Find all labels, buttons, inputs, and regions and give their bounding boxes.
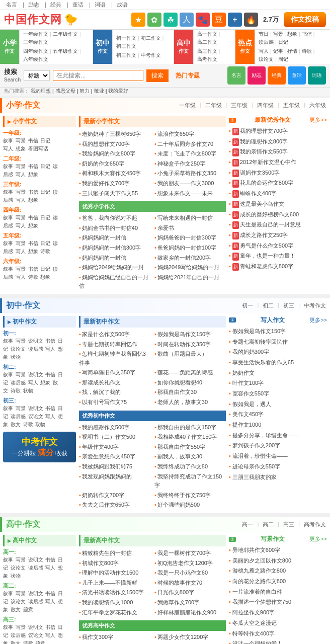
bean-icon[interactable]: 豆 [212,13,226,27]
nav-chu-1[interactable]: 初一作文 [115,34,138,42]
chu-grade-3[interactable]: 初三 [283,302,294,309]
xs-grade-2[interactable]: 二年级 [205,102,222,109]
xiaoxue-excellent-list: 爸爸，我向你说对不起 写给未来相遇的一封信 妈妈金书书的一封信40 亲爱书 妈妈… [79,213,226,291]
nav-gaozhong[interactable]: 高中 作文 [174,30,194,64]
topic-mingyan[interactable]: 名言 [227,66,245,85]
nav-hot[interactable]: 热点 作文 [235,30,255,64]
nav-hot-shuxin[interactable]: 书信 [300,30,313,38]
topic-tonghua[interactable]: 童话 [288,66,306,85]
topic-ciyv[interactable]: 词语 [308,66,326,85]
xiaoxue-grade-links: 一年级 | 二年级 | 三年级 | 四年级 | 五年级 | 六年级 [179,102,326,109]
nav-grade-6[interactable]: 六年级作文 [22,55,50,63]
chuzhong-section: 初中·作文 初一 | 初二 | 初三 | 中考作文 ▶ 初中作文 初一: 叙事 … [0,298,330,513]
search-input[interactable] [53,70,143,81]
plus-icon[interactable]: + [228,13,242,27]
nav-grade-1[interactable]: 一年级作文 [22,30,50,38]
submit-button[interactable]: 作文投稿 [284,12,326,27]
person-icon[interactable]: 人 [180,13,194,27]
nav-chu-4[interactable]: 初三作文 [115,51,138,59]
top-nav-mingyan[interactable]: 名言 [6,2,17,8]
grade-item-2: 二年级: 叙事 写景 书信 日记 读 后感 写人 想象 [3,155,76,179]
nav-chu-3[interactable]: 初三作文 [115,42,138,50]
list-item: 新训妈作文3500字 [229,168,327,178]
fire-icon[interactable]: 🔥 [244,13,258,27]
nav-hot-xiangxiang[interactable]: 想象 [286,30,299,38]
nav-hot-xieren[interactable]: 写人 [257,47,270,55]
chu-grade-4[interactable]: 中考作文 [304,302,326,309]
xs-grade-1[interactable]: 一年级 [179,102,196,109]
nav-xiaoxue[interactable]: 小学 作文 [0,30,20,64]
nav-gao-2[interactable]: 高二作文 [196,38,219,46]
nav-chuzhong[interactable]: 初中 作文 [93,30,113,64]
list-item: 失去之后作文650字 [79,500,150,510]
paw-icon[interactable]: 🐾 [196,13,210,27]
clover-icon[interactable]: ☘ [163,13,178,27]
top-nav-lizhi[interactable]: 励志 [28,2,39,8]
list-item: 新2012年新作文温心中作 [229,157,327,168]
nav-grade-2[interactable]: 二年级作文 [51,30,79,38]
star-icon[interactable]: ★ [131,13,145,27]
nav-hot-duhougan[interactable]: 读后感 [257,38,275,46]
xs-grade-4[interactable]: 四年级 [257,102,274,109]
list-item: 致家乡的一封信200字 [154,253,226,263]
chuzhong-more-link[interactable]: 更多>> [309,316,327,324]
nav-grade-3[interactable]: 三年级作文 [22,38,50,46]
xs-grade-5[interactable]: 五年级 [283,102,300,109]
list-item: 新童年，也是一种力量！ [229,251,327,261]
hot-link-3[interactable]: 努力 [79,88,90,95]
nav-gao-3[interactable]: 高三作文 [196,47,219,55]
list-item: 理解中的活动作文1500 [79,568,150,578]
gaozhong-more-link[interactable]: 更多>> [309,535,327,543]
nav-chu-2[interactable]: 初二作文 [139,34,162,42]
xiaoxue-more-link[interactable]: 更多>> [309,116,327,124]
nav-hot-yilun[interactable]: 议论文 [257,55,275,63]
hot-link-2[interactable]: 感恩父母 [55,88,75,95]
gao-grade-4[interactable]: 高考作文 [304,521,326,528]
xs-grade-6[interactable]: 六年级 [309,102,326,109]
chu-grade-2[interactable]: 初二 [263,302,274,309]
search-button[interactable]: 搜索 [146,69,169,82]
nav-grade-4[interactable]: 四年级作文 [22,47,50,55]
chu-links-1: 叙事 写景 说明文 书信 日 记 议论文 读后感 写人 想 象 状物 [3,337,76,361]
exam-ad[interactable]: 中考作文 一分耕耘 满分 收获 [3,432,76,462]
nav-gaokao[interactable]: 高考作文 [196,55,219,63]
nav-grade-5[interactable]: 五年级作文 [51,47,79,55]
flower-icon[interactable]: ✿ [147,13,161,27]
nav-gao-1[interactable]: 高一作文 [196,30,219,38]
list-item: 享受生活快乐看的作文65 [229,357,327,368]
nav-hot-sub: 作文 [240,48,250,55]
topic-jingdian[interactable]: 经典 [268,66,286,85]
top-nav-tonghua[interactable]: 童话 [72,2,84,8]
top-nav-links[interactable]: 名言 ｜励志 ｜经典 ｜童话 ｜词语 ｜成语 [4,2,130,8]
nav-hot-jishi[interactable]: 记事 [272,47,285,55]
header: 中国作文网 🐤 ★ ✿ ☘ 人 🐾 豆 + 🔥 2.7万 作文投稿 [0,10,330,30]
chuzhong-excellent-list: 我的感谢作文500字 那我自由的是作文150字 视明书（二）作文500 我相终成… [79,423,226,510]
gao-grade-2[interactable]: 高二 [263,521,274,528]
list-item: 美丽的夕之回以作文800 [229,555,327,566]
nav-hot-shige[interactable]: 诗歌 [300,47,313,55]
nav-hot-jieri[interactable]: 节日 [257,30,270,38]
grade-label-4: 四年级: [3,207,22,213]
gaozhong-grade-links: 高一 | 高二 | 高三 | 高考作文 [242,521,326,528]
hot-link-5[interactable]: 我的爱好 [108,88,128,95]
chu-grade-1[interactable]: 初一 [242,302,253,309]
hot-link-4[interactable]: 敬业 [94,88,104,95]
gao-grade-1[interactable]: 高一 [242,521,253,528]
top-nav-jingdian[interactable]: 经典 [50,2,61,8]
gao-grade-3[interactable]: 高三 [283,521,294,528]
hot-link-1[interactable]: 我的理想 [31,88,51,95]
search-type-select[interactable]: 标题 [24,70,50,80]
nav-zhongkao[interactable]: 中考作文 [139,51,162,59]
top-nav-ciyv[interactable]: 词语 [95,2,106,8]
nav-hot-shuqing[interactable]: 抒情 [286,47,299,55]
nav-gao-row1: 高一作文 | 高二作文 [194,30,235,47]
list-item: 我给妈妈的作文800字 [79,149,150,159]
nav-hot-xiejing[interactable]: 写景 [272,30,285,38]
top-nav-chenyu[interactable]: 成语 [117,2,128,8]
nav-hot-zhouji[interactable]: 周记 [277,55,290,63]
site-logo[interactable]: 中国作文网 [4,12,62,27]
list-item: 新成长的磨好榜榜作文600 [229,209,327,220]
xs-grade-3[interactable]: 三年级 [231,102,248,109]
nav-hot-riji[interactable]: 日记 [277,38,290,46]
topic-lizhi[interactable]: 励志 [248,66,266,85]
